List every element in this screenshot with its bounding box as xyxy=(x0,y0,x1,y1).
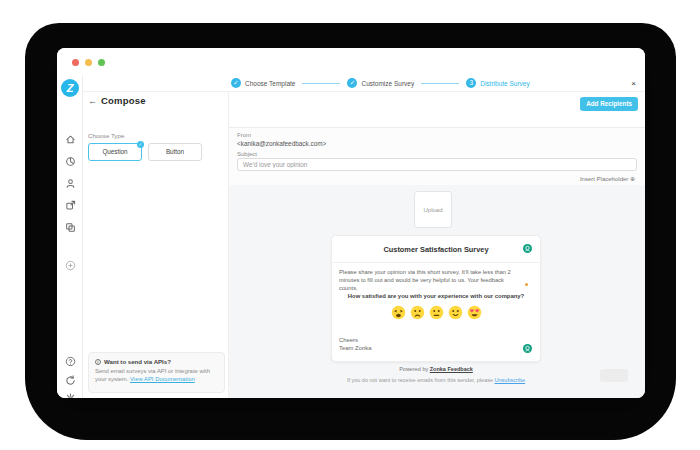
add-recipients-button[interactable]: Add Recipients xyxy=(580,97,638,111)
zonka-logo[interactable]: Z xyxy=(61,79,79,97)
app-sidebar: Z xyxy=(57,76,83,398)
desktop-background: Z xyxy=(0,0,700,450)
edit-marker-icon[interactable] xyxy=(523,344,532,353)
templates-icon[interactable] xyxy=(65,222,76,233)
step-check-icon: ✓ xyxy=(347,78,357,88)
contacts-icon[interactable] xyxy=(65,178,76,189)
help-icon[interactable] xyxy=(65,356,76,367)
step-distribute-survey[interactable]: 3 Distribute Survey xyxy=(466,78,530,88)
upload-logo-button[interactable]: Upload xyxy=(414,191,452,228)
choose-type-label: Choose Type xyxy=(88,132,124,139)
back-arrow-icon[interactable]: ← xyxy=(88,96,97,106)
insert-placeholder-link[interactable]: Insert Placeholder ⊕ xyxy=(580,175,635,182)
app-window: Z xyxy=(57,48,645,398)
distribute-icon[interactable] xyxy=(65,200,76,211)
api-info-body: Send email surveys via API or integrate … xyxy=(95,367,218,384)
distribution-stepper: ✓ Choose Template ✓ Customize Survey 3 D… xyxy=(231,78,530,88)
api-info-title: i Want to send via APIs? xyxy=(95,358,218,365)
selected-check-badge: ✓ xyxy=(137,141,144,148)
emoji-heart-eyes-face[interactable] xyxy=(467,305,482,320)
settings-icon[interactable] xyxy=(65,393,76,398)
close-icon[interactable]: × xyxy=(631,79,636,88)
powered-by-line: Powered by Zonka Feedback xyxy=(331,366,541,372)
stepper-band: ✓ Choose Template ✓ Customize Survey 3 D… xyxy=(83,76,645,92)
sync-icon[interactable] xyxy=(65,375,76,386)
api-docs-link[interactable]: View API Documentation xyxy=(130,376,195,382)
survey-question: How satisfied are you with your experien… xyxy=(332,293,540,299)
page-title: Compose xyxy=(101,95,146,106)
emoji-rating-scale xyxy=(332,305,540,320)
step-connector xyxy=(421,83,459,84)
emoji-neutral-face[interactable] xyxy=(429,305,444,320)
from-label: From xyxy=(237,132,251,138)
powered-prefix: Powered by xyxy=(399,366,430,372)
subject-input[interactable] xyxy=(237,158,637,171)
from-value: <kanika@zonkafeedback.com> xyxy=(237,140,326,147)
unsubscribe-line: If you do not want to receive emails fro… xyxy=(281,377,591,383)
step-choose-template[interactable]: ✓ Choose Template xyxy=(231,78,295,88)
signoff-line1: Cheers xyxy=(339,336,371,344)
powered-brand-link[interactable]: Zonka Feedback xyxy=(430,366,473,372)
subject-label: Subject xyxy=(237,151,257,157)
survey-signoff: Cheers Team Zonka xyxy=(339,336,371,353)
emoji-frowning-face[interactable] xyxy=(410,305,425,320)
api-info-title-text: Want to send via APIs? xyxy=(104,358,171,365)
surveys-icon[interactable] xyxy=(65,156,76,167)
step-connector xyxy=(302,83,340,84)
type-option-question[interactable]: Question ✓ xyxy=(88,143,142,161)
info-icon: i xyxy=(95,359,101,365)
step-label: Choose Template xyxy=(245,80,295,87)
zoom-window-button[interactable] xyxy=(98,59,105,66)
home-icon[interactable] xyxy=(65,134,76,145)
step-label: Customize Survey xyxy=(361,80,414,87)
type-option-button[interactable]: Button xyxy=(148,143,202,161)
survey-preview-card: Customer Satisfaction Survey Please shar… xyxy=(331,235,541,362)
unsubscribe-prefix: If you do not want to receive emails fro… xyxy=(347,377,495,383)
card-divider xyxy=(332,262,540,263)
close-window-button[interactable] xyxy=(72,59,79,66)
signoff-line2: Team Zonka xyxy=(339,344,371,352)
add-icon[interactable] xyxy=(65,260,76,271)
minimize-window-button[interactable] xyxy=(85,59,92,66)
unsubscribe-link[interactable]: Unsubscribe xyxy=(495,377,526,383)
type-option-label: Question xyxy=(102,148,127,155)
window-titlebar xyxy=(57,48,645,76)
edit-marker-icon[interactable] xyxy=(523,244,532,253)
footer-pill xyxy=(600,369,628,382)
type-option-label: Button xyxy=(166,148,184,155)
survey-intro-text: Please share your opinion via this short… xyxy=(339,268,523,293)
step-customize-survey[interactable]: ✓ Customize Survey xyxy=(347,78,414,88)
email-preview-section: Upload Customer Satisfaction Survey Plea… xyxy=(229,185,645,398)
survey-title: Customer Satisfaction Survey xyxy=(332,245,540,254)
step-number-badge: 3 xyxy=(466,78,476,88)
email-form-section: From <kanika@zonkafeedback.com> Subject … xyxy=(229,127,645,185)
edit-marker-dot xyxy=(525,283,528,286)
step-check-icon: ✓ xyxy=(231,78,241,88)
emoji-weary-face[interactable] xyxy=(391,305,406,320)
step-label: Distribute Survey xyxy=(480,80,530,87)
emoji-slightly-smiling-face[interactable] xyxy=(448,305,463,320)
api-info-box: i Want to send via APIs? Send email surv… xyxy=(88,352,225,393)
